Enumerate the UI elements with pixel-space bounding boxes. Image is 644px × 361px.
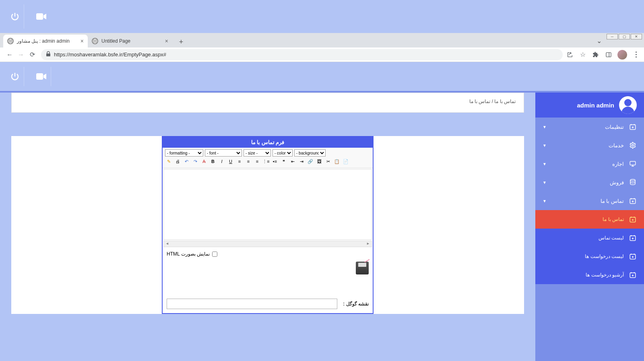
video-icon[interactable] [32, 4, 51, 29]
sidebar: admin admin تنظیمات ▼ خدمات ▼ اجاره ▼ [535, 93, 644, 361]
sidebar-submenu: تماس با ما لیست تماس لیست درخواست ها آرش… [535, 210, 644, 284]
color-select[interactable]: - color - [272, 149, 293, 157]
power-icon[interactable] [6, 4, 24, 29]
globe-icon [7, 38, 14, 44]
save-row [163, 259, 373, 278]
google-map-input[interactable] [167, 299, 337, 309]
main-layout: admin admin تنظیمات ▼ خدمات ▼ اجاره ▼ [0, 93, 644, 361]
image-icon[interactable]: 🖼 [316, 158, 323, 165]
breadcrumb: تماس با ما / تماس با ما [20, 99, 516, 104]
sidebar-item-services[interactable]: خدمات ▼ [535, 136, 644, 155]
bold-icon[interactable]: B [209, 158, 217, 165]
sidebar-item-label: تماس با ما [551, 198, 624, 204]
chevron-down-icon: ▼ [543, 180, 547, 185]
align-left-icon[interactable]: ≡ [236, 158, 243, 165]
sidebar-item-sale[interactable]: فروش ▼ [535, 173, 644, 192]
url-field[interactable]: https://moshaveramlak.bsfe.ir/EmptyPage.… [41, 49, 563, 60]
underline-icon[interactable]: U [227, 158, 234, 165]
format-select[interactable]: - formatting - [165, 149, 203, 157]
database-icon [629, 179, 637, 186]
page-top-bar [0, 62, 644, 91]
reload-button[interactable]: ⟳ [27, 49, 38, 60]
chevron-down-icon: ▼ [543, 162, 547, 166]
chevron-down-icon: ▼ [543, 199, 547, 203]
align-center-icon[interactable]: ≡ [245, 158, 252, 165]
sidebar-item-contact[interactable]: تماس با ما ▼ [535, 192, 644, 210]
star-icon[interactable]: ☆ [579, 51, 587, 59]
editor-scrollbar[interactable] [163, 241, 372, 247]
size-select[interactable]: - size - [244, 149, 271, 157]
panel-title: فرم تماس با ما [163, 137, 373, 148]
user-avatar-icon [619, 96, 637, 114]
close-icon[interactable]: × [165, 38, 168, 44]
submenu-item-label: لیست درخواست ها [543, 254, 624, 259]
sidebar-item-label: خدمات [551, 142, 624, 149]
globe-icon [92, 38, 98, 44]
editor-textarea[interactable] [163, 169, 372, 240]
browser-tab-1[interactable]: پنل مشاور : admin admin × [3, 35, 88, 47]
close-icon[interactable]: × [80, 38, 84, 44]
cut-icon[interactable]: ✂ [324, 158, 332, 165]
share-icon[interactable] [566, 51, 574, 59]
outer-top-bar [0, 0, 644, 33]
italic-icon[interactable]: I [218, 158, 225, 165]
calendar-plus-icon [629, 197, 637, 204]
link-icon[interactable]: 🔗 [307, 158, 314, 165]
html-toggle-row: نمایش بصورت HTML [163, 249, 373, 259]
submenu-item-label: لیست تماس [543, 235, 624, 241]
browser-tab-strip: ─ ▢ ✕ پنل مشاور : admin admin × Untitled… [0, 33, 644, 47]
svg-point-12 [632, 144, 634, 146]
contact-form-panel: فرم تماس با ما - formatting - - font - -… [162, 136, 374, 314]
calendar-plus-icon [629, 271, 637, 278]
window-close[interactable]: ✕ [631, 34, 642, 39]
content-area: تماس با ما / تماس با ما فرم تماس با ما -… [0, 93, 535, 361]
back-button[interactable]: ← [4, 49, 15, 60]
sidebar-item-settings[interactable]: تنظیمات ▼ [535, 118, 644, 136]
video-icon[interactable] [32, 67, 51, 86]
print-icon[interactable]: 🖨 [174, 158, 181, 165]
save-button[interactable] [356, 262, 369, 274]
monitor-icon [629, 160, 637, 167]
ordered-list-icon[interactable]: ⋮≡ [262, 158, 270, 165]
sidebar-item-rent[interactable]: اجاره ▼ [535, 155, 644, 173]
submenu-item-request-list[interactable]: لیست درخواست ها [535, 247, 644, 266]
browser-tab-2[interactable]: Untitled Page × [88, 35, 172, 47]
sidebar-user: admin admin [535, 93, 644, 118]
window-minimize[interactable]: ─ [607, 34, 618, 39]
sidebar-item-label: تنظیمات [551, 124, 624, 130]
remove-format-icon[interactable]: A̶ [200, 158, 208, 165]
indent-icon[interactable]: ⇥ [298, 158, 305, 165]
forward-button[interactable]: → [15, 49, 27, 60]
power-icon[interactable] [6, 67, 24, 86]
submenu-item-request-archive[interactable]: آرشیو درخواست ها [535, 266, 644, 284]
copy-icon[interactable]: 📋 [333, 158, 341, 165]
window-controls: ─ ▢ ✕ [607, 34, 642, 39]
paste-icon[interactable]: 📄 [342, 158, 349, 165]
align-right-icon[interactable]: ≡ [254, 158, 261, 165]
background-select[interactable]: - background - [294, 149, 326, 157]
window-maximize[interactable]: ▢ [619, 34, 630, 39]
font-select[interactable]: - font - [205, 149, 242, 157]
redo-icon[interactable]: ↷ [192, 158, 199, 165]
clear-format-icon[interactable]: ✎ [165, 158, 172, 165]
form-container: فرم تماس با ما - formatting - - font - -… [11, 136, 524, 314]
submenu-item-contact-list[interactable]: لیست تماس [535, 229, 644, 247]
browser-address-bar: ← → ⟳ https://moshaveramlak.bsfe.ir/Empt… [0, 47, 644, 62]
unordered-list-icon[interactable]: •≡ [271, 158, 279, 165]
submenu-item-contact-us[interactable]: تماس با ما [535, 210, 644, 229]
sidepanel-icon[interactable] [605, 51, 613, 59]
profile-avatar[interactable] [617, 50, 627, 60]
editor-toolbar: - formatting - - font - - size - - color… [163, 148, 373, 168]
html-checkbox[interactable] [212, 252, 217, 257]
outdent-icon[interactable]: ⇤ [289, 158, 296, 165]
undo-icon[interactable]: ↶ [183, 158, 190, 165]
quote-icon[interactable]: ❝ [280, 158, 287, 165]
tab-list-dropdown[interactable]: ⌄ [597, 37, 602, 45]
lock-icon [46, 51, 51, 58]
google-map-row: نقشه گوگل : [163, 295, 373, 313]
new-tab-button[interactable]: + [175, 36, 187, 47]
submenu-item-label: آرشیو درخواست ها [543, 272, 624, 278]
browser-menu[interactable] [632, 51, 640, 59]
extensions-icon[interactable] [592, 51, 600, 59]
html-toggle-label: نمایش بصورت HTML [167, 251, 210, 257]
